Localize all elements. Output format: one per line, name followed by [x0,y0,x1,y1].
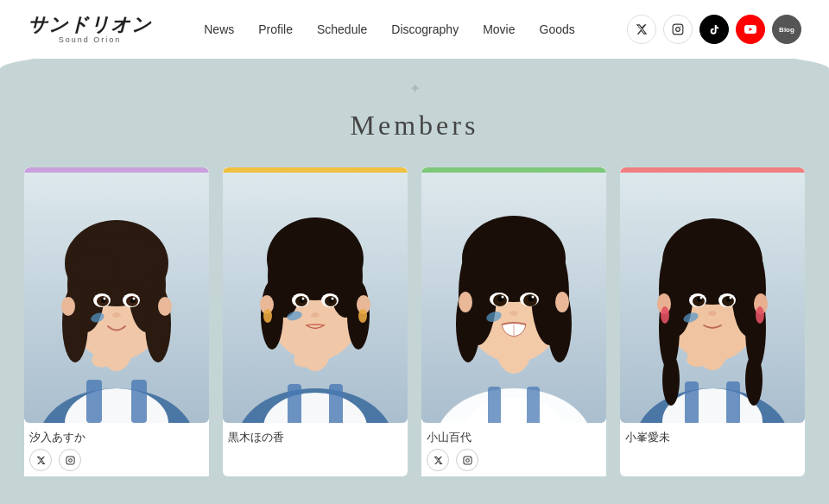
svg-point-62 [358,309,367,323]
header: サンドリオン Sound Orion News Profile Schedule… [0,0,829,59]
member-1-instagram[interactable] [59,449,81,471]
svg-point-94 [469,457,470,458]
member-1-social [29,449,204,471]
member-card-2: 黒木ほの香 [223,167,408,476]
member-1-info: 汐入あすか [24,423,209,476]
svg-rect-37 [288,384,301,423]
svg-point-106 [662,354,680,406]
member-card-4: 小峯愛未 [620,167,805,476]
member-3-info: 小山百代 [421,423,606,476]
logo-text-sub: Sound Orion [59,36,122,44]
svg-rect-6 [86,380,102,423]
svg-point-13 [62,285,88,362]
svg-point-2 [680,26,681,27]
member-4-info: 小峯愛未 [620,423,805,454]
svg-point-25 [104,298,106,300]
svg-point-27 [112,312,121,318]
member-3-photo [421,173,606,423]
logo-text-main: サンドリオン [28,16,152,35]
svg-rect-0 [673,24,683,35]
nav-goods[interactable]: Goods [540,22,575,36]
member-4-photo [620,173,805,423]
instagram-icon[interactable] [663,15,693,44]
youtube-icon[interactable] [736,15,765,44]
members-grid: 汐入あすか [0,167,829,476]
members-title: Members [0,101,829,167]
svg-point-112 [671,252,716,287]
svg-rect-38 [329,384,343,423]
svg-rect-99 [726,381,740,423]
nav-news[interactable]: News [204,22,234,36]
svg-rect-31 [66,456,73,463]
logo: サンドリオン Sound Orion [28,16,152,44]
svg-point-58 [332,298,334,300]
nav-profile[interactable]: Profile [258,22,293,36]
member-3-twitter[interactable] [427,449,449,471]
svg-point-50 [274,252,319,283]
svg-rect-30 [123,337,130,356]
svg-point-14 [145,285,171,362]
member-1-photo [24,173,209,423]
svg-point-32 [68,458,72,462]
svg-rect-67 [488,387,501,423]
svg-rect-68 [527,387,540,423]
svg-point-33 [72,457,73,458]
header-social-icons: Blog [627,15,801,44]
svg-rect-92 [463,456,471,463]
svg-point-79 [469,250,517,285]
twitter-x-icon[interactable] [627,15,656,44]
member-2-name: 黒木ほの香 [228,430,402,445]
svg-point-61 [263,309,272,323]
tiktok-icon[interactable] [699,15,729,44]
member-2-photo [223,173,408,423]
svg-point-16 [158,297,172,316]
member-2-info: 黒木ほの香 [223,423,408,454]
blog-icon[interactable]: Blog [772,15,801,44]
svg-point-121 [708,311,717,316]
svg-point-77 [555,292,569,312]
nav-schedule[interactable]: Schedule [317,22,367,36]
member-1-name: 汐入あすか [29,430,204,445]
svg-point-76 [459,292,472,312]
svg-point-119 [700,297,703,299]
svg-point-1 [676,28,680,32]
svg-point-123 [661,306,669,324]
blog-label: Blog [779,26,794,34]
member-3-instagram[interactable] [456,449,478,471]
svg-point-26 [133,298,136,300]
member-card-3: 小山百代 [421,167,606,476]
svg-point-59 [311,312,320,318]
svg-point-108 [745,354,763,406]
svg-point-93 [465,458,469,462]
member-1-twitter[interactable] [29,449,52,471]
nav-movie[interactable]: Movie [483,22,515,36]
svg-point-88 [509,311,518,316]
svg-point-124 [756,306,764,324]
svg-point-86 [502,296,504,299]
svg-point-57 [302,298,305,300]
nav-discography[interactable]: Discography [391,22,459,36]
svg-rect-91 [528,324,535,343]
svg-point-87 [532,296,535,299]
svg-rect-7 [131,380,147,423]
snowflake-decoration: ✦ [0,69,829,101]
member-4-name: 小峯愛未 [625,430,800,445]
main-nav: News Profile Schedule Discography Movie … [204,22,575,36]
member-3-social [427,449,601,471]
svg-point-15 [61,297,75,316]
svg-rect-98 [685,381,699,423]
member-3-name: 小山百代 [427,430,601,445]
svg-point-120 [730,297,732,299]
main-content: ✦ Members [0,59,829,504]
member-card-1: 汐入あすか [24,167,209,476]
svg-point-18 [71,252,119,287]
